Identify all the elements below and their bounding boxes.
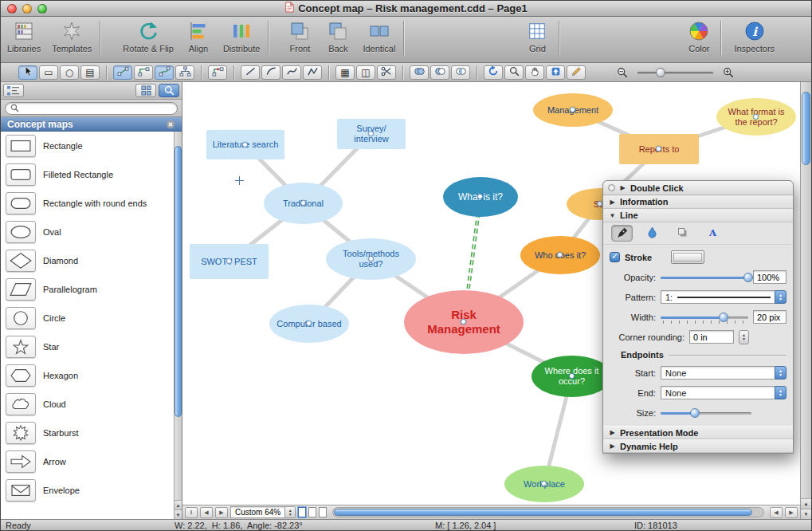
shape-list-item-diamond[interactable]: Diamond — [1, 246, 174, 275]
text-tab[interactable]: A — [702, 225, 724, 242]
stroke-tab[interactable] — [611, 225, 633, 242]
vscrollbar-thumb[interactable] — [802, 92, 810, 165]
sidebar-scrollbar[interactable]: ▲▼ — [174, 132, 182, 519]
node-literature[interactable]: Literature search — [206, 130, 284, 159]
trim-tool[interactable]: ▦ — [335, 65, 355, 80]
zoom-stepper-icon[interactable]: ▲▼ — [285, 506, 296, 518]
slice-tool[interactable]: ◫ — [356, 65, 375, 80]
line-section-header[interactable]: ▼ Line — [603, 209, 793, 222]
page-thumbnail-3[interactable] — [319, 507, 327, 517]
page-thumbnail-2[interactable] — [308, 507, 316, 517]
front-button[interactable]: Front — [286, 19, 313, 53]
node-risk[interactable]: Risk Management — [404, 290, 524, 354]
size-slider-knob[interactable] — [690, 408, 700, 418]
shape-list-item-star[interactable]: Star — [1, 332, 174, 361]
node-workplace[interactable]: Workplace — [504, 466, 584, 502]
fill-tab[interactable] — [641, 225, 663, 242]
stroke-checkbox[interactable] — [610, 252, 620, 262]
start-stepper-icon[interactable]: ▲▼ — [775, 366, 787, 380]
grid-button[interactable]: Grid — [524, 19, 551, 53]
node-management[interactable]: Management — [533, 93, 613, 127]
node-computer[interactable]: Computer based — [269, 305, 349, 343]
width-slider-knob[interactable] — [719, 313, 728, 322]
shape-list-item-rectangle-round-ends[interactable]: Rectangle with round ends — [1, 189, 174, 218]
start-endpoint-dropdown[interactable]: None ▲▼ — [661, 366, 787, 380]
scroll-left-button[interactable]: ◀ — [770, 507, 783, 518]
canvas-hscrollbar[interactable] — [332, 507, 764, 517]
text-tool[interactable]: ▤ — [80, 65, 100, 80]
corner-stepper-icon[interactable]: ▲▼ — [739, 330, 749, 344]
color-button[interactable]: Color — [685, 19, 712, 53]
arc-tool[interactable] — [261, 65, 280, 80]
templates-button[interactable]: Templates — [52, 19, 92, 53]
shadow-tab[interactable] — [672, 225, 693, 242]
end-endpoint-dropdown[interactable]: None ▲▼ — [661, 386, 787, 399]
outline-view-button[interactable] — [3, 84, 24, 97]
opacity-slider-knob[interactable] — [743, 273, 753, 282]
node-swot[interactable]: SWOT / PEST — [190, 244, 269, 279]
node-traditional[interactable]: Traditional — [264, 183, 343, 224]
back-button[interactable]: Back — [324, 19, 351, 53]
shape-list-item-arrow[interactable]: Arrow — [1, 447, 174, 476]
opacity-slider[interactable] — [661, 272, 748, 283]
pan-tool[interactable] — [525, 65, 544, 80]
node-survey[interactable]: Survey/ interview — [337, 119, 406, 149]
width-slider[interactable] — [661, 312, 748, 323]
select-tool[interactable] — [18, 65, 37, 80]
shape-list-item-filleted-rectangle[interactable]: Filleted Rectangle — [1, 160, 174, 189]
corner-rounding-field[interactable] — [689, 330, 734, 344]
panel-handle-icon[interactable] — [608, 184, 615, 191]
node-reportsto[interactable]: Reports to — [619, 134, 699, 164]
pattern-dropdown[interactable]: 1: ▲▼ — [661, 290, 787, 304]
hscrollbar-thumb[interactable] — [334, 509, 752, 516]
presentation-mode-section-header[interactable]: ▶ Presentation Mode — [603, 426, 793, 439]
stroke-color-well[interactable] — [671, 250, 704, 264]
ellipse-tool[interactable]: ○ — [60, 65, 79, 80]
shape-list-item-rectangle[interactable]: Rectangle — [1, 132, 174, 160]
polyline-tool[interactable] — [303, 65, 322, 80]
node-tools[interactable]: Tools/methods used? — [326, 238, 416, 280]
node-whatformat[interactable]: What format is the report? — [716, 98, 796, 136]
zoom-tool[interactable] — [504, 65, 524, 80]
end-stepper-icon[interactable]: ▲▼ — [775, 386, 787, 399]
spline-tool[interactable] — [282, 65, 301, 80]
libraries-button[interactable]: Libraries — [7, 19, 41, 53]
pencil-tool[interactable] — [567, 65, 586, 80]
opacity-value-field[interactable] — [753, 270, 787, 284]
close-window-button[interactable] — [7, 4, 17, 14]
library-search-button[interactable] — [159, 84, 179, 97]
pattern-stepper-icon[interactable]: ▲▼ — [775, 290, 787, 304]
inspector-header[interactable]: ▶ Double Click — [603, 181, 793, 195]
zoom-in-button[interactable] — [720, 65, 736, 79]
zoom-out-button[interactable] — [614, 65, 630, 79]
shape-list-item-cloud[interactable]: Cloud — [1, 390, 174, 419]
distribute-button[interactable]: Distribute — [223, 19, 260, 53]
scissors-tool[interactable] — [377, 65, 396, 80]
identical-button[interactable]: Identical — [363, 19, 395, 53]
sidebar-scrollbar-arrows[interactable]: ▲▼ — [175, 500, 182, 519]
sidebar-scrollbar-thumb[interactable] — [175, 146, 182, 417]
scroll-right-button[interactable]: ▶ — [785, 507, 798, 518]
minimize-window-button[interactable] — [22, 4, 32, 14]
subtract-tool[interactable] — [430, 65, 449, 80]
node-where[interactable]: Where does it occur? — [532, 356, 612, 397]
next-page-button[interactable]: ▶ — [215, 507, 228, 518]
rectangle-tool[interactable]: ▭ — [39, 65, 58, 80]
shape-list-item-parallelogram[interactable]: Parallelogram — [1, 275, 174, 304]
canvas[interactable]: Literature searchSurvey/ interviewTradit… — [182, 82, 800, 519]
shape-list-item-envelope[interactable]: Envelope — [1, 476, 174, 505]
smart-connector-tool[interactable] — [208, 65, 227, 80]
shape-list-item-circle[interactable]: Circle — [1, 304, 174, 332]
grid-view-button[interactable] — [135, 84, 156, 97]
elbow-connector-tool[interactable] — [134, 65, 153, 80]
direct-connector-tool[interactable] — [113, 65, 132, 80]
library-header[interactable]: Concept maps — [1, 117, 182, 132]
zoom-window-button[interactable] — [37, 4, 47, 14]
endpoint-size-slider[interactable] — [661, 407, 751, 419]
dynamic-help-section-header[interactable]: ▶ Dynamic Help — [603, 439, 793, 453]
node-whodoes[interactable]: Who does it? — [520, 236, 600, 274]
shape-list-item-starburst[interactable]: Starburst — [1, 419, 174, 447]
vscrollbar-arrows[interactable]: ▲▼ — [801, 498, 811, 519]
page-thumbnail-1[interactable] — [298, 507, 306, 517]
titlebar[interactable]: Concept map – Risk management.cdd – Page… — [1, 1, 811, 17]
